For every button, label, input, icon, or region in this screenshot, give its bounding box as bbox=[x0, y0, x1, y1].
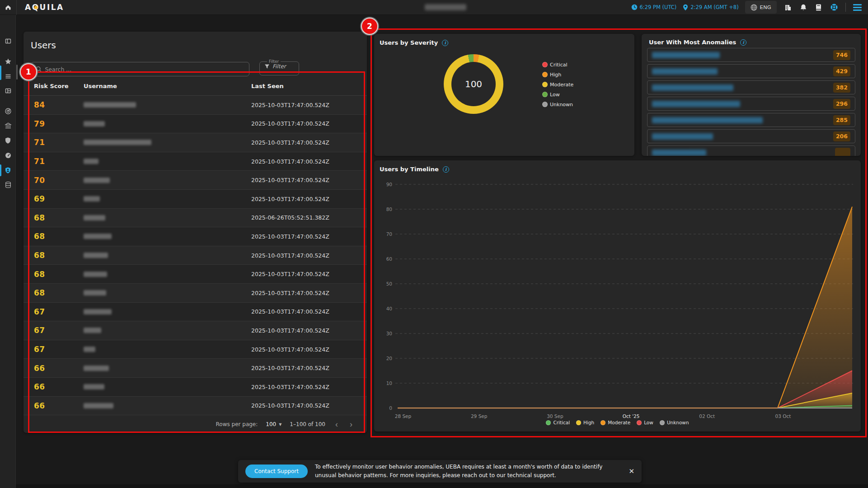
table-row[interactable]: 672025-10-03T17:47:00.524Z bbox=[23, 340, 367, 359]
severity-legend: CriticalHighModerateLowUnknown bbox=[542, 60, 573, 109]
help-icon[interactable] bbox=[829, 2, 839, 12]
legend-item: Moderate bbox=[542, 80, 573, 89]
info-icon[interactable]: i bbox=[740, 39, 746, 46]
globe-icon bbox=[751, 4, 757, 11]
anomaly-count-badge: 429 bbox=[833, 66, 850, 76]
table-row[interactable]: 712025-10-03T17:47:00.524Z bbox=[23, 152, 367, 171]
legend-item: Unknown bbox=[660, 419, 689, 426]
anomaly-list-item[interactable]: 429 bbox=[647, 64, 855, 78]
user-shield-icon[interactable] bbox=[0, 164, 16, 176]
last-seen-value: 2025-10-03T17:47:00.524Z bbox=[251, 252, 367, 259]
risk-score-value: 79 bbox=[34, 119, 84, 128]
table-row[interactable]: 672025-10-03T17:47:00.524Z bbox=[23, 321, 367, 340]
table-row[interactable]: 662025-10-03T17:47:00.524Z bbox=[23, 359, 367, 378]
redacted-username bbox=[652, 150, 706, 156]
redacted-username bbox=[84, 366, 109, 371]
table-row[interactable]: 702025-10-03T17:47:00.524Z bbox=[23, 171, 367, 190]
legend-label: Unknown bbox=[550, 102, 573, 108]
bank-icon[interactable] bbox=[0, 120, 16, 131]
table-row[interactable]: 662025-10-03T17:47:00.524Z bbox=[23, 378, 367, 397]
anomaly-list-item[interactable] bbox=[647, 145, 855, 156]
filter-button[interactable]: Filter bbox=[264, 63, 294, 70]
svg-text:Oct '25: Oct '25 bbox=[623, 413, 640, 419]
table-row[interactable]: 842025-10-03T17:47:00.524Z bbox=[23, 96, 367, 115]
table-row[interactable]: 662025-10-03T17:47:00.524Z bbox=[23, 397, 367, 416]
anomaly-list-item[interactable]: 296 bbox=[647, 97, 855, 111]
prev-page-button[interactable]: ‹ bbox=[333, 420, 340, 428]
last-seen-value: 2025-10-03T17:47:00.524Z bbox=[251, 402, 367, 409]
col-last-seen[interactable]: Last Seen bbox=[251, 83, 367, 89]
last-seen-value: 2025-10-03T17:47:00.524Z bbox=[251, 196, 367, 202]
legend-dot bbox=[542, 92, 548, 97]
organization-icon[interactable] bbox=[783, 3, 793, 12]
svg-text:90: 90 bbox=[386, 182, 392, 187]
notifications-icon[interactable] bbox=[799, 3, 808, 12]
severity-donut-chart[interactable]: 100 bbox=[444, 54, 503, 114]
navbar-divider-2 bbox=[845, 3, 846, 12]
list-icon[interactable] bbox=[0, 70, 16, 82]
pagination-range: 1–100 of 100 bbox=[290, 421, 325, 427]
table-row[interactable]: 792025-10-03T17:47:00.524Z bbox=[23, 115, 367, 134]
rows-per-page-label: Rows per page: bbox=[216, 421, 258, 427]
location-pin-icon bbox=[683, 4, 688, 11]
table-row[interactable]: 682025-10-03T17:47:00.524Z bbox=[23, 246, 367, 265]
svg-text:29 Sep: 29 Sep bbox=[471, 413, 488, 419]
anomaly-list-item[interactable]: 746 bbox=[647, 48, 855, 62]
navbar-right-group: 6:29 PM (UTC) 2:29 AM (GMT +8) ENG bbox=[631, 0, 868, 15]
risk-score-value: 68 bbox=[34, 213, 84, 222]
svg-text:30 Sep: 30 Sep bbox=[547, 413, 563, 419]
table-row[interactable]: 692025-10-03T17:47:00.524Z bbox=[23, 190, 367, 209]
anomalies-list: 746429382296285206 bbox=[647, 46, 855, 156]
anomaly-list-item[interactable]: 285 bbox=[647, 113, 855, 127]
timeline-area-chart[interactable]: 010203040506070809028 Sep29 Sep30 SepOct… bbox=[374, 160, 861, 432]
docs-icon[interactable] bbox=[814, 3, 823, 12]
radar-icon[interactable] bbox=[0, 105, 16, 117]
compass-icon[interactable] bbox=[0, 150, 16, 161]
users-table-header: Risk Score Username Last Seen bbox=[23, 77, 367, 96]
close-icon[interactable]: ✕ bbox=[629, 467, 634, 475]
col-username[interactable]: Username bbox=[84, 83, 251, 89]
last-seen-value: 2025-10-03T17:47:00.524Z bbox=[251, 158, 367, 165]
legend-item: High bbox=[542, 70, 573, 80]
redacted-username bbox=[84, 347, 95, 352]
col-risk-score[interactable]: Risk Score bbox=[34, 83, 84, 89]
menu-icon[interactable] bbox=[852, 3, 863, 12]
svg-text:20: 20 bbox=[386, 356, 392, 361]
legend-label: Moderate bbox=[608, 420, 630, 425]
legend-item: Moderate bbox=[601, 419, 630, 426]
svg-text:40: 40 bbox=[386, 306, 392, 311]
table-row[interactable]: 712025-10-03T17:47:00.524Z bbox=[23, 133, 367, 152]
last-seen-value: 2025-10-03T17:47:00.524Z bbox=[251, 233, 367, 240]
anomaly-list-item[interactable]: 206 bbox=[647, 129, 855, 143]
users-table-pagination: Rows per page: 100▼ 1–100 of 100 ‹ › bbox=[23, 416, 367, 433]
redacted-username bbox=[84, 403, 113, 408]
panel-left-icon[interactable] bbox=[0, 35, 16, 47]
info-icon[interactable]: i bbox=[442, 40, 448, 46]
star-icon[interactable] bbox=[0, 56, 16, 67]
page-bottom-strip bbox=[0, 484, 868, 488]
dashboard-icon[interactable] bbox=[0, 85, 16, 97]
sidebar-scrollbar[interactable] bbox=[16, 65, 18, 80]
database-icon[interactable] bbox=[0, 179, 16, 191]
home-icon[interactable] bbox=[0, 0, 16, 15]
table-row[interactable]: 682025-10-03T17:47:00.524Z bbox=[23, 227, 367, 246]
clock-icon bbox=[631, 4, 638, 10]
table-row[interactable]: 682025-10-03T17:47:00.524Z bbox=[23, 265, 367, 284]
contact-support-button[interactable]: Contact Support bbox=[245, 465, 308, 478]
redacted-username bbox=[84, 309, 112, 314]
legend-label: Low bbox=[644, 420, 653, 425]
language-selector[interactable]: ENG bbox=[745, 1, 777, 14]
table-row[interactable]: 682025-10-03T17:47:00.524Z bbox=[23, 284, 367, 303]
rows-per-page-select[interactable]: 100▼ bbox=[266, 421, 282, 427]
shield-icon[interactable] bbox=[0, 135, 16, 146]
last-seen-value: 2025-10-03T17:47:00.524Z bbox=[251, 384, 367, 390]
table-row[interactable]: 682025-06-26T05:52:51.382Z bbox=[23, 209, 367, 228]
legend-label: Unknown bbox=[667, 420, 689, 425]
table-row[interactable]: 672025-10-03T17:47:00.524Z bbox=[23, 303, 367, 322]
redacted-username bbox=[84, 121, 105, 127]
next-page-button[interactable]: › bbox=[348, 420, 354, 428]
utc-time: 6:29 PM (UTC) bbox=[631, 4, 677, 10]
search-input[interactable] bbox=[45, 66, 244, 73]
redacted-username bbox=[652, 68, 718, 75]
anomaly-list-item[interactable]: 382 bbox=[647, 80, 855, 94]
